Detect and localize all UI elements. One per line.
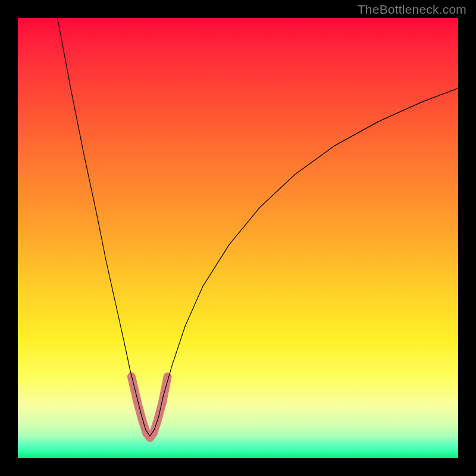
curve-layer <box>18 18 458 458</box>
watermark-text: TheBottleneck.com <box>358 2 466 17</box>
plot-area <box>18 18 458 458</box>
main-curve-path <box>58 18 458 436</box>
valley-highlight-path <box>131 377 168 438</box>
chart-frame: TheBottleneck.com <box>0 0 476 476</box>
